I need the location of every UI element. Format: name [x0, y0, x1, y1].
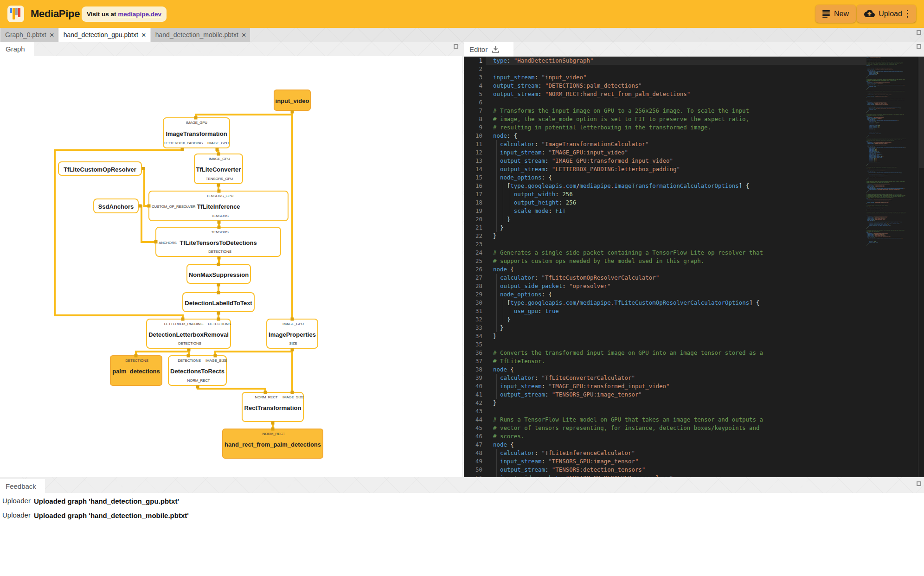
- feedback-tab-label: Feedback: [6, 482, 36, 490]
- graph-node-DetectionsToRects[interactable]: DetectionsToRectsDETECTIONSIMAGE_SIZENOR…: [168, 355, 227, 386]
- graph-port-CUSTOM_OP_RESOLVER: CUSTOM_OP_RESOLVER: [152, 204, 195, 210]
- feedback-strip: [0, 477, 924, 493]
- document-tab-Graph_0.pbtxt[interactable]: Graph_0.pbtxt×: [0, 28, 58, 42]
- graph-port-IMAGE_GPU: IMAGE_GPU: [150, 121, 243, 125]
- graph-node-TfLiteCustomOpResolver[interactable]: TfLiteCustomOpResolver: [58, 161, 142, 176]
- graph-node-hand_rect_from_palm_detections[interactable]: hand_rect_from_palm_detectionsNORM_RECT: [222, 429, 323, 459]
- graph-node-label: DetectionsToRects: [169, 367, 226, 376]
- graph-port-IMAGE_GPU: IMAGE_GPU: [172, 141, 264, 145]
- code-editor[interactable]: 1type: "HandDetectionSubgraph"23input_st…: [464, 57, 924, 477]
- graph-port-TENSORS: TENSORS: [173, 230, 266, 234]
- upload-button-label: Upload: [879, 10, 902, 18]
- graph-port-SIZE: SIZE: [247, 341, 340, 346]
- graph-node-label: input_video: [275, 97, 310, 105]
- graph-node-label: RectTransformation: [243, 404, 303, 412]
- feedback-source: Uploader: [2, 511, 31, 519]
- maximize-tabs-icon[interactable]: [917, 30, 921, 35]
- editor-minimap[interactable]: type: "HandDetectionSubgraph"input_strea…: [866, 57, 909, 246]
- graph-port-ANCHORS: ANCHORS: [159, 240, 177, 246]
- graph-node-label: hand_rect_from_palm_detections: [223, 441, 322, 449]
- graph-node-label: palm_detections: [111, 367, 161, 376]
- graph-node-TfLiteTensorsToDetections[interactable]: TfLiteTensorsToDetectionsTENSORSANCHORSD…: [155, 227, 281, 257]
- feedback-row: UploaderUploaded graph 'hand_detection_g…: [0, 497, 924, 508]
- close-tab-icon[interactable]: ×: [242, 31, 246, 39]
- graph-port-TENSORS_GPU: TENSORS_GPU: [173, 177, 266, 181]
- visit-us-chip: Visit us at mediapipe.dev: [82, 6, 167, 22]
- graph-node-RectTransformation[interactable]: RectTransformationNORM_RECTIMAGE_SIZE: [242, 392, 304, 422]
- graph-node-label: NonMaxSuppression: [187, 271, 250, 279]
- maximize-graph-panel-icon[interactable]: [454, 44, 458, 49]
- upload-more-options-icon[interactable]: [907, 10, 909, 18]
- mediapipe-dev-link[interactable]: mediapipe.dev: [118, 11, 161, 18]
- document-tab-label: hand_detection_mobile.pbtxt: [155, 31, 238, 38]
- graph-port-IMAGE_GPU: IMAGE_GPU: [247, 322, 340, 326]
- editor-code-area[interactable]: 1type: "HandDetectionSubgraph"23input_st…: [464, 57, 866, 477]
- graph-node-DetectionLabelIdToText[interactable]: DetectionLabelIdToText: [182, 292, 255, 312]
- feedback-message: Uploaded graph 'hand_detection_gpu.pbtxt…: [34, 497, 179, 505]
- visit-us-text: Visit us at: [87, 11, 118, 18]
- upload-button[interactable]: Upload: [857, 5, 916, 23]
- app-title: MediaPipe: [31, 8, 80, 20]
- app-header: MediaPipe Visit us at mediapipe.dev New …: [0, 0, 924, 28]
- maximize-feedback-panel-icon[interactable]: [917, 481, 921, 486]
- maximize-editor-panel-icon[interactable]: [917, 44, 921, 49]
- editor-tab-label: Editor: [469, 45, 488, 53]
- graph-node-label: SsdAnchors: [94, 203, 138, 211]
- new-button[interactable]: New: [815, 5, 856, 23]
- graph-port-IMAGE_SIZE: IMAGE_SIZE: [247, 395, 340, 399]
- feedback-message: Uploaded graph 'hand_detection_mobile.pb…: [34, 512, 189, 519]
- graph-port-TENSORS_GPU: TENSORS_GPU: [173, 194, 266, 198]
- close-tab-icon[interactable]: ×: [50, 31, 54, 39]
- graph-node-ImageProperties[interactable]: ImagePropertiesIMAGE_GPUSIZE: [266, 319, 318, 349]
- document-tab-strip: Graph_0.pbtxt×hand_detection_gpu.pbtxt×h…: [0, 28, 924, 42]
- graph-node-label: ImageProperties: [267, 331, 317, 339]
- graph-port-NORM_RECT: NORM_RECT: [227, 432, 320, 436]
- graph-port-IMAGE_SIZE: IMAGE_SIZE: [170, 358, 263, 363]
- document-tab-label: Graph_0.pbtxt: [5, 31, 46, 38]
- graph-node-label: TfLiteConverter: [195, 166, 242, 174]
- graph-port-TENSORS: TENSORS: [173, 214, 266, 218]
- graph-node-input_video[interactable]: input_video: [274, 90, 311, 111]
- feedback-log: UploaderUploaded graph 'hand_detection_g…: [0, 493, 924, 576]
- tab-feedback[interactable]: Feedback: [0, 479, 45, 493]
- feedback-row: UploaderUploaded graph 'hand_detection_m…: [0, 511, 924, 522]
- editor-scrollbar[interactable]: [919, 57, 924, 168]
- graph-port-NORM_RECT: NORM_RECT: [152, 378, 245, 383]
- graph-tab-label: Graph: [6, 45, 25, 53]
- graph-node-label: ImageTransformation: [164, 130, 229, 138]
- graph-node-ImageTransformation[interactable]: ImageTransformationIMAGE_GPULETTERBOX_PA…: [163, 117, 230, 148]
- cloud-upload-icon: [864, 10, 875, 18]
- mediapipe-logo-icon: [10, 8, 22, 20]
- document-tab-hand_detection_gpu.pbtxt[interactable]: hand_detection_gpu.pbtxt×: [59, 28, 150, 42]
- new-button-label: New: [834, 10, 849, 18]
- editor-scrollbar-separator: [918, 57, 918, 477]
- mediapipe-logo: [7, 6, 24, 22]
- graph-node-TfLiteConverter[interactable]: TfLiteConverterIMAGE_GPUTENSORS_GPU: [194, 154, 243, 184]
- graph-port-IMAGE_GPU: IMAGE_GPU: [173, 157, 266, 161]
- graph-node-DetectionLetterboxRemoval[interactable]: DetectionLetterboxRemovalLETTERBOX_PADDI…: [146, 319, 231, 349]
- graph-port-DETECTIONS: DETECTIONS: [173, 250, 266, 254]
- graph-canvas[interactable]: input_videoImageTransformationIMAGE_GPUL…: [0, 56, 462, 477]
- graph-node-TfLiteInference[interactable]: TfLiteInferenceTENSORS_GPUCUSTOM_OP_RESO…: [148, 191, 289, 221]
- graph-node-SsdAnchors[interactable]: SsdAnchors: [93, 198, 139, 213]
- tab-editor[interactable]: Editor: [464, 42, 513, 57]
- feedback-source: Uploader: [2, 497, 31, 505]
- mediapipe-visualizer-app: MediaPipe Visit us at mediapipe.dev New …: [0, 0, 924, 576]
- graph-node-label: TfLiteCustomOpResolver: [59, 166, 141, 174]
- new-list-icon: [822, 10, 830, 18]
- document-tab-label: hand_detection_gpu.pbtxt: [64, 31, 138, 38]
- download-icon[interactable]: [492, 45, 500, 53]
- close-tab-icon[interactable]: ×: [141, 31, 146, 39]
- graph-node-NonMaxSuppression[interactable]: NonMaxSuppression: [186, 264, 251, 284]
- graph-port-DETECTIONS: DETECTIONS: [143, 341, 236, 346]
- document-tab-hand_detection_mobile.pbtxt[interactable]: hand_detection_mobile.pbtxt×: [151, 28, 250, 42]
- graph-node-label: DetectionLetterboxRemoval: [147, 331, 230, 339]
- tab-graph[interactable]: Graph: [0, 42, 34, 56]
- graph-node-label: DetectionLabelIdToText: [183, 299, 254, 307]
